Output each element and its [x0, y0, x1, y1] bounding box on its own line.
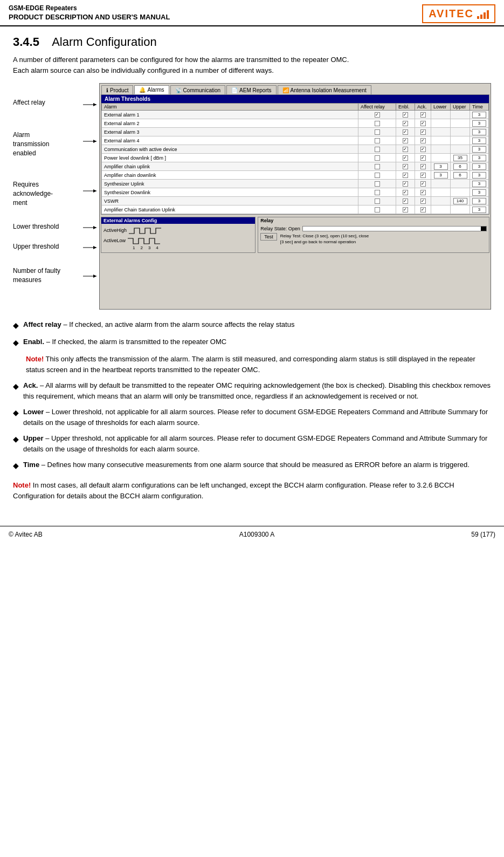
alarm-enbl-cell[interactable]: [396, 162, 415, 171]
alarm-ack-cell[interactable]: [415, 180, 431, 188]
tab-alarms[interactable]: 🔔 Alarms: [134, 85, 169, 94]
alarm-affect-cell[interactable]: [358, 188, 396, 197]
alarm-ack-cell[interactable]: [415, 119, 431, 128]
alarm-time-cell[interactable]: 3: [470, 154, 489, 162]
alarm-ack-cell[interactable]: [415, 154, 431, 162]
tab-product[interactable]: ℹ Product: [101, 85, 133, 94]
alarm-time-cell[interactable]: 3: [470, 128, 489, 136]
alarm-ack-cell[interactable]: [415, 111, 431, 119]
bullet-enabl: ◆ Enabl. – If checked, the alarm is tran…: [13, 337, 491, 348]
alarm-time-cell[interactable]: 3: [470, 197, 489, 205]
alarm-enbl-cell[interactable]: [396, 197, 415, 205]
alarm-time-cell[interactable]: 3: [470, 162, 489, 171]
alarm-ack-cell[interactable]: [415, 162, 431, 171]
bullet-diamond-5: ◆: [13, 434, 19, 454]
aem-tab-icon: 📄: [231, 87, 238, 93]
relay-box: Relay Relay State: Open Test Relay Test:…: [258, 217, 489, 253]
alarm-enbl-cell[interactable]: [396, 136, 415, 145]
alarm-time-cell[interactable]: 3: [470, 136, 489, 145]
alarm-upper-cell[interactable]: [451, 111, 470, 119]
alarm-lower-cell[interactable]: [431, 205, 451, 214]
alarm-lower-cell[interactable]: [431, 188, 451, 197]
label-requires-ack: Requiresacknowledge-ment: [13, 180, 88, 207]
alarm-enbl-cell[interactable]: [396, 205, 415, 214]
alarm-enbl-cell[interactable]: [396, 171, 415, 180]
alarm-lower-cell[interactable]: [431, 197, 451, 205]
col-alarm: Alarm: [102, 104, 358, 111]
alarm-lower-cell[interactable]: 3: [431, 171, 451, 180]
alarm-time-cell[interactable]: 3: [470, 111, 489, 119]
alarm-enbl-cell[interactable]: [396, 145, 415, 154]
bullet-diamond-3: ◆: [13, 381, 19, 401]
alarm-affect-cell[interactable]: [358, 162, 396, 171]
alarm-upper-cell[interactable]: 35: [451, 154, 470, 162]
alarm-lower-cell[interactable]: [431, 136, 451, 145]
screenshot-box[interactable]: ℹ Product 🔔 Alarms 📡 Communication 📄 AEM…: [99, 83, 491, 310]
alarm-enbl-cell[interactable]: [396, 154, 415, 162]
alarm-time-cell[interactable]: 3: [470, 119, 489, 128]
alarm-lower-cell[interactable]: [431, 128, 451, 136]
alarm-affect-cell[interactable]: [358, 111, 396, 119]
alarm-affect-cell[interactable]: [358, 205, 396, 214]
tab-aem-reports[interactable]: 📄 AEM Reports: [226, 85, 276, 94]
wave-num-2: 2: [140, 245, 142, 250]
tab-antenna-isolation[interactable]: 📶 Antenna Isolation Measurement: [278, 85, 371, 94]
label-alarm-transmission: Alarmtransmissionenabled: [13, 131, 88, 157]
alarm-upper-cell[interactable]: 140: [451, 197, 470, 205]
alarm-enbl-cell[interactable]: [396, 111, 415, 119]
wave-num-4: 4: [156, 245, 158, 250]
diagram-area: Affect relay Alarmtransmissionenabled Re…: [13, 83, 491, 310]
relay-test-button[interactable]: Test: [260, 233, 277, 241]
alarm-time-cell[interactable]: 3: [470, 180, 489, 188]
alarm-enbl-cell[interactable]: [396, 180, 415, 188]
alarm-upper-cell[interactable]: [451, 205, 470, 214]
alarm-ack-cell[interactable]: [415, 136, 431, 145]
alarm-time-cell[interactable]: 3: [470, 171, 489, 180]
alarm-ack-cell[interactable]: [415, 128, 431, 136]
alarm-upper-cell[interactable]: [451, 180, 470, 188]
label-lower-threshold: Lower threshold: [13, 222, 88, 231]
alarm-upper-cell[interactable]: [451, 136, 470, 145]
alarm-ack-cell[interactable]: [415, 197, 431, 205]
tab-communication[interactable]: 📡 Communication: [170, 85, 225, 94]
alarm-upper-cell[interactable]: [451, 188, 470, 197]
alarm-affect-cell[interactable]: [358, 154, 396, 162]
wave-num-1: 1: [133, 245, 135, 250]
alarm-upper-cell[interactable]: 6: [451, 171, 470, 180]
alarm-lower-cell[interactable]: [431, 154, 451, 162]
final-note-text: In most cases, all default alarm configu…: [13, 481, 454, 500]
alarm-row: External alarm 33: [102, 128, 489, 136]
alarm-affect-cell[interactable]: [358, 171, 396, 180]
alarm-upper-cell[interactable]: [451, 119, 470, 128]
alarm-upper-cell[interactable]: 6: [451, 162, 470, 171]
alarm-row: External alarm 43: [102, 136, 489, 145]
alarm-enbl-cell[interactable]: [396, 119, 415, 128]
alarm-lower-cell[interactable]: [431, 111, 451, 119]
alarm-time-cell[interactable]: 3: [470, 145, 489, 154]
active-high-label: ActiveHigh: [103, 228, 127, 233]
alarm-affect-cell[interactable]: [358, 136, 396, 145]
alarm-time-cell[interactable]: 3: [470, 188, 489, 197]
alarm-affect-cell[interactable]: [358, 119, 396, 128]
alarm-upper-cell[interactable]: [451, 145, 470, 154]
alarm-enbl-cell[interactable]: [396, 188, 415, 197]
alarm-enbl-cell[interactable]: [396, 128, 415, 136]
alarm-name: Synthesizer Downlink: [102, 188, 358, 197]
section-number: 3.4.5: [13, 35, 39, 49]
alarm-upper-cell[interactable]: [451, 128, 470, 136]
alarm-lower-cell[interactable]: [431, 119, 451, 128]
alarm-ack-cell[interactable]: [415, 205, 431, 214]
alarm-affect-cell[interactable]: [358, 197, 396, 205]
alarm-time-cell[interactable]: 3: [470, 205, 489, 214]
alarm-lower-cell[interactable]: 3: [431, 162, 451, 171]
alarm-row: Synthesizer Downlink3: [102, 188, 489, 197]
alarm-ack-cell[interactable]: [415, 171, 431, 180]
alarm-ack-cell[interactable]: [415, 145, 431, 154]
alarm-lower-cell[interactable]: [431, 145, 451, 154]
alarm-affect-cell[interactable]: [358, 145, 396, 154]
alarms-tab-label: Alarms: [147, 87, 164, 93]
alarm-affect-cell[interactable]: [358, 128, 396, 136]
alarm-affect-cell[interactable]: [358, 180, 396, 188]
alarm-lower-cell[interactable]: [431, 180, 451, 188]
alarm-ack-cell[interactable]: [415, 188, 431, 197]
